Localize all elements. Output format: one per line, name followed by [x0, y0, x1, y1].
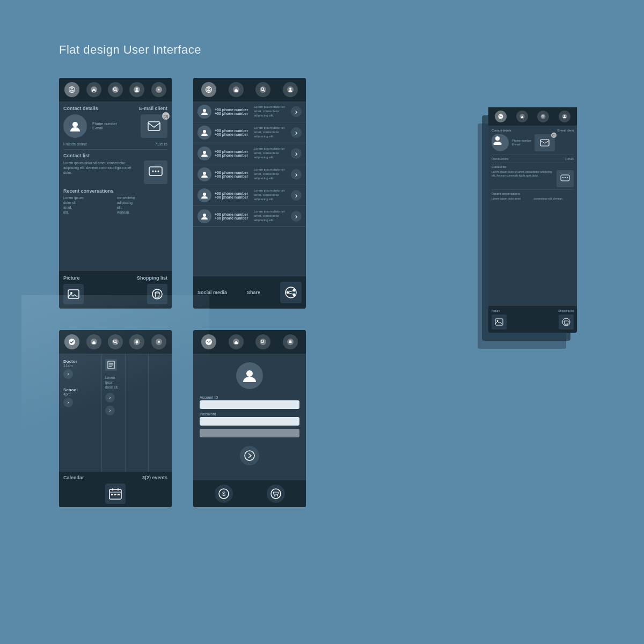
nav-icon-home[interactable] [86, 82, 101, 97]
phone-num-3a: +00 phone number [215, 150, 248, 153]
svg-point-9 [158, 89, 159, 91]
nav-bar-1 [59, 78, 172, 101]
email-icon-box: (3) [141, 114, 167, 138]
password-input-2[interactable] [200, 429, 299, 437]
lorem-text-1: Lorem ipsum dolor sit amet, consectetur … [63, 160, 140, 175]
dollar-icon[interactable]: $ [215, 485, 233, 503]
calendar-icon[interactable] [105, 484, 126, 504]
3d-email-icon: (3) [535, 134, 555, 151]
list-arrow-4[interactable]: › [291, 169, 302, 180]
3d-bottom-row-label: Picture Shopping list [492, 309, 574, 312]
list-desc-6: Lorem ipsum dolor sit amet, consectetur … [254, 210, 288, 222]
nav-icon-search[interactable] [108, 82, 123, 97]
list-arrow-3[interactable]: › [291, 148, 302, 159]
svg-line-38 [289, 293, 292, 294]
3d-contact-info: Phone number E-mail [512, 139, 531, 147]
svg-rect-78 [540, 140, 549, 146]
nav-icon-settings[interactable] [151, 82, 166, 97]
nav-icon-3-home[interactable] [86, 334, 101, 349]
nav-bar-2 [193, 78, 306, 101]
account-id-input[interactable] [200, 400, 299, 409]
list-desc-2: Lorem ipsum dolor sit amet, consectetur … [254, 126, 288, 138]
list-desc-1: Lorem ipsum dolor sit amet, consectetur … [254, 105, 288, 118]
cal-col-2 [126, 354, 149, 478]
nav-icon-4-home[interactable] [229, 334, 244, 349]
card-login: Account ID Password $ [193, 330, 306, 507]
calendar-footer-row: Calendar 3(2) events [63, 475, 167, 480]
nav-icon-3d-email[interactable] [495, 111, 507, 122]
3d-picture-icon[interactable] [492, 314, 507, 330]
svg-rect-58 [118, 494, 120, 495]
svg-rect-83 [495, 319, 503, 325]
list-content-1: +00 phone number +00 phone number [215, 108, 248, 115]
phone-num-2a: +00 phone number [215, 129, 248, 133]
svg-rect-57 [114, 494, 116, 495]
list-desc-3: Lorem ipsum dolor sit amet, consectetur … [254, 147, 288, 159]
3d-lorem-text: Lorem ipsum dolor sit amet, consectetur … [492, 170, 553, 178]
nav-icon-2-email[interactable] [201, 82, 216, 97]
svg-point-81 [565, 177, 566, 178]
share-icon[interactable] [280, 282, 302, 303]
list-arrow-6[interactable]: › [291, 211, 302, 222]
nav-icon-3-settings[interactable] [151, 334, 166, 349]
list-avatar-5 [197, 188, 211, 202]
cal-arrow-1[interactable]: › [105, 393, 115, 402]
nav-bar-3d [488, 107, 577, 126]
cart-icon[interactable] [267, 485, 285, 503]
nav-icon-2-home[interactable] [229, 82, 244, 97]
3d-divider-2 [492, 163, 574, 163]
nav-icon-4-search[interactable] [255, 334, 270, 349]
3d-contact-label: Contact details [492, 129, 511, 132]
contact-list-label: Contact list [63, 153, 167, 158]
svg-point-32 [203, 214, 206, 217]
list-arrow-1[interactable]: › [291, 106, 302, 117]
phone-3d-bottom: Picture Shopping list [488, 306, 577, 333]
svg-point-76 [564, 115, 566, 117]
nav-icon-3-search[interactable] [108, 334, 123, 349]
card-phone-list: +00 phone number +00 phone number Lorem … [193, 78, 306, 309]
nav-icon-4-bell[interactable] [283, 334, 298, 349]
cal-arrow-2[interactable]: › [105, 406, 115, 415]
nav-icon-3d-home[interactable] [516, 111, 528, 122]
nav-icon-3d-search[interactable] [537, 111, 549, 122]
shopping-icon[interactable] [147, 284, 167, 304]
password-label: Password [200, 412, 216, 416]
nav-icon-email[interactable] [64, 82, 79, 97]
nav-icon-user[interactable] [129, 82, 144, 97]
svg-point-41 [112, 339, 119, 345]
svg-point-70 [277, 495, 278, 496]
svg-point-17 [70, 292, 72, 294]
svg-point-85 [562, 318, 570, 326]
phone-3d-main: Contact details E-mail client Phone numb… [488, 107, 577, 333]
3d-chat-icon [557, 170, 574, 187]
svg-point-80 [562, 177, 564, 178]
3d-section-headers: Contact details E-mail client [492, 129, 574, 132]
list-arrow-2[interactable]: › [291, 127, 302, 138]
nav-icon-3d-user[interactable] [559, 111, 570, 122]
phone-num-1a: +00 phone number [215, 108, 248, 112]
3d-divider-3 [492, 189, 574, 190]
card2-bottom-bar: Social media Share [193, 276, 306, 309]
cal-doc-icon [105, 359, 117, 371]
password-input[interactable] [200, 417, 299, 426]
event-arrow-doctor[interactable]: › [63, 369, 73, 379]
event-arrow-school[interactable]: › [63, 398, 73, 407]
event-title-doctor: Doctor [63, 359, 97, 364]
nav-icon-3-check[interactable] [64, 334, 79, 349]
nav-icon-3-bell[interactable] [129, 334, 144, 349]
nav-icon-4-email[interactable] [201, 334, 216, 349]
nav-icon-2-search[interactable] [255, 82, 270, 97]
email-label-header: E-mail client [139, 106, 167, 111]
svg-point-36 [292, 294, 295, 296]
friends-label: Friends online [63, 142, 87, 146]
3d-divider-1 [492, 155, 574, 155]
account-id-label: Account ID [200, 396, 218, 399]
calendar-left-col: Doctor 11am › School 4pm › [59, 354, 102, 478]
picture-icon[interactable] [63, 284, 84, 304]
event-time-doctor: 11am [63, 364, 97, 368]
nav-icon-2-user[interactable] [283, 82, 298, 97]
3d-recent-label: Recent conversations [492, 192, 574, 195]
3d-shopping-icon[interactable] [559, 314, 574, 330]
list-arrow-5[interactable]: › [291, 190, 302, 201]
login-button[interactable] [240, 446, 259, 465]
